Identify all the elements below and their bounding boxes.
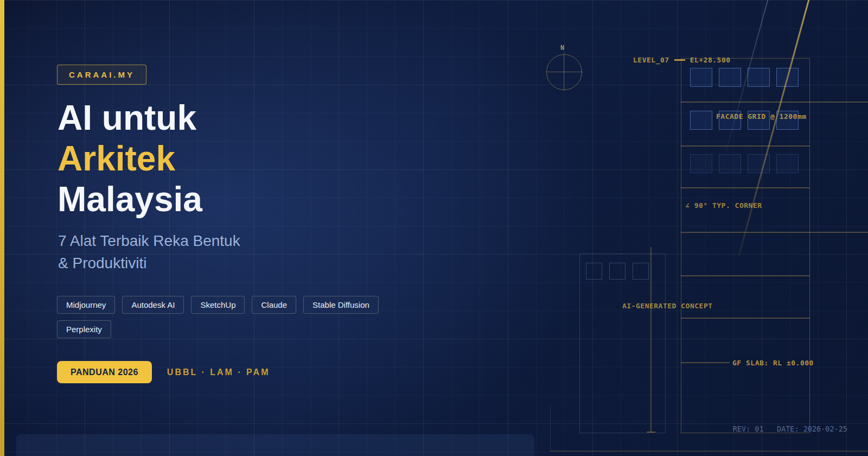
page-subtitle: 7 Alat Terbaik Reka Bentuk & Produktivit… — [58, 230, 240, 274]
north-label: N — [560, 44, 564, 52]
floor-line — [681, 275, 810, 276]
brand-badge[interactable]: CARAAI.MY — [57, 65, 146, 85]
corner-angle-label: ∠ 90° TYP. CORNER — [685, 201, 762, 210]
window-cell — [609, 263, 626, 280]
annex-outline — [579, 254, 666, 433]
panduan-button[interactable]: PANDUAN 2026 — [57, 361, 152, 383]
tag-claude[interactable]: Claude — [252, 296, 296, 314]
tag-autodesk-ai[interactable]: Autodesk AI — [122, 296, 184, 314]
window-cell — [690, 68, 712, 87]
drawing-titleblock: REV: 01 DATE: 2026-02-25 DRN: AI CHK: Ca… — [733, 396, 847, 456]
compass-crosshair-horizontal — [546, 72, 583, 72]
window-cell — [719, 154, 741, 173]
level-label: LEVEL_07 — [633, 56, 669, 64]
window-cell — [633, 263, 649, 280]
window-cell — [748, 68, 770, 87]
title-line-2: Arkitek — [58, 138, 202, 179]
dimension-line — [650, 247, 652, 432]
titleblock-rev-date: REV: 01 DATE: 2026-02-25 — [733, 422, 847, 435]
facade-grid-label: FACADE GRID @ 1200mm — [716, 112, 807, 121]
elevation-label: EL+28.500 — [690, 56, 731, 64]
associations-label: UBBL · LAM · PAM — [167, 368, 270, 377]
dimension-tick — [647, 432, 655, 433]
cta-row: PANDUAN 2026 UBBL · LAM · PAM — [57, 361, 270, 383]
compass-crosshair-vertical — [564, 53, 564, 91]
title-line-1: AI untuk — [58, 98, 202, 138]
window-cell — [586, 263, 602, 280]
floor-line — [681, 232, 868, 233]
floor-line — [681, 102, 868, 103]
window-cell — [690, 111, 712, 130]
next-section-panel — [16, 434, 534, 456]
tag-perplexity[interactable]: Perplexity — [57, 320, 111, 338]
tool-tag-list: Midjourney Autodesk AI SketchUp Claude S… — [57, 296, 431, 338]
window-cell — [748, 154, 770, 173]
title-line-3: Malaysia — [58, 179, 202, 220]
subtitle-line-1: 7 Alat Terbaik Reka Bentuk — [58, 230, 240, 252]
tag-sketchup[interactable]: SketchUp — [191, 296, 245, 314]
window-cell — [776, 154, 799, 173]
floor-line — [681, 187, 810, 188]
construction-line — [725, 0, 769, 151]
level-annotation: LEVEL_07 EL+28.500 — [633, 56, 731, 64]
tag-midjourney[interactable]: Midjourney — [57, 296, 115, 314]
window-cell — [719, 68, 741, 87]
floor-line — [681, 145, 810, 147]
tag-stable-diffusion[interactable]: Stable Diffusion — [303, 296, 379, 314]
north-compass-icon — [546, 54, 582, 90]
level-leader-line — [674, 59, 685, 61]
page-title: AI untuk Arkitek Malaysia — [58, 98, 202, 220]
gf-slab-line — [681, 362, 730, 363]
floor-line — [681, 318, 810, 319]
window-cell — [776, 68, 799, 87]
window-cell — [690, 154, 712, 173]
ground-edge-line — [550, 404, 551, 451]
concept-label: AI-GENERATED CONCEPT — [622, 302, 713, 310]
left-accent-stripe — [0, 0, 4, 456]
gf-slab-label: GF SLAB: RL ±0.000 — [732, 359, 814, 367]
construction-line — [738, 0, 810, 257]
subtitle-line-2: & Produktiviti — [58, 252, 240, 274]
